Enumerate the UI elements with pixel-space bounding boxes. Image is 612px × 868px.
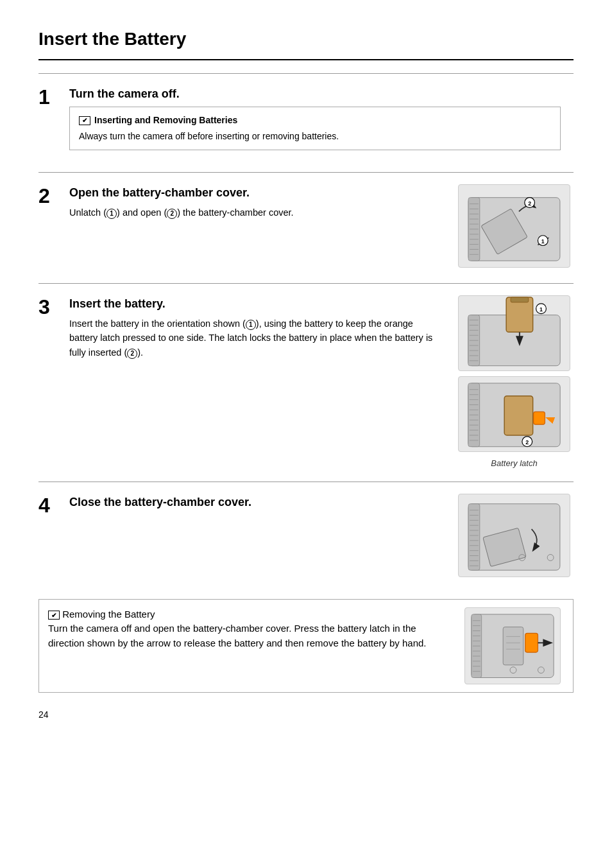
step-1-title: Turn the camera off.: [69, 85, 561, 103]
svg-rect-51: [468, 503, 480, 569]
step-4-title: Close the battery-chamber cover.: [69, 494, 442, 511]
step-3-images: 1: [458, 295, 570, 470]
svg-text:1: 1: [541, 238, 545, 245]
step-1-content: Turn the camera off. ✔ Inserting and Rem…: [69, 85, 574, 161]
step-3-caption: Battery latch: [458, 457, 570, 470]
step-2-image: 1 2: [455, 184, 574, 272]
step-2-img-placeholder: 1 2: [458, 184, 570, 268]
removing-note-icon: ✔: [48, 611, 60, 620]
inserting-note-title: ✔ Inserting and Removing Batteries: [79, 114, 551, 127]
step-3-number: 3: [38, 297, 69, 317]
step-3: 3 Insert the battery. Insert the battery…: [38, 283, 574, 482]
step-3-desc: Insert the battery in the orientation sh…: [69, 317, 442, 360]
note-checkmark-icon: ✔: [79, 116, 90, 125]
removing-note-image: [464, 607, 564, 684]
step-3-img-bottom: 2: [458, 376, 570, 452]
step-1-number: 1: [38, 87, 69, 107]
step-4: 4 Close the battery-chamber cover.: [38, 482, 574, 593]
step-2-title: Open the battery-chamber cover.: [69, 184, 442, 202]
step-3-img-top: 1: [458, 295, 570, 371]
page-title: Insert the Battery: [38, 26, 574, 60]
svg-rect-46: [504, 396, 532, 435]
svg-rect-47: [534, 412, 545, 424]
step-2: 2 Open the battery-chamber cover. Unlatc…: [38, 172, 574, 283]
svg-rect-81: [503, 627, 523, 664]
svg-text:2: 2: [525, 439, 529, 446]
removing-note-text: Turn the camera off and open the battery…: [48, 621, 452, 650]
step-2-number: 2: [38, 186, 69, 206]
svg-text:1: 1: [540, 306, 543, 313]
removing-img-placeholder: [464, 607, 561, 684]
step-4-number: 4: [38, 495, 69, 516]
page-number: 24: [38, 708, 574, 722]
step-1: 1 Turn the camera off. ✔ Inserting and R…: [38, 73, 574, 172]
step-3-image: 1: [455, 295, 574, 470]
step-3-title: Insert the battery.: [69, 295, 442, 313]
svg-rect-30: [511, 297, 529, 302]
inserting-note-text: Always turn the camera off before insert…: [79, 130, 551, 143]
removing-note-title: ✔ Removing the Battery: [48, 607, 452, 622]
svg-rect-80: [525, 633, 538, 652]
step-2-content: Open the battery-chamber cover. Unlatch …: [69, 184, 455, 220]
step-4-image: [455, 494, 574, 581]
removing-note-text-area: ✔ Removing the Battery Turn the camera o…: [48, 607, 452, 651]
step-4-content: Close the battery-chamber cover.: [69, 494, 455, 515]
removing-note-box: ✔ Removing the Battery Turn the camera o…: [38, 599, 574, 693]
svg-text:2: 2: [528, 200, 531, 207]
step-4-img-placeholder: [458, 494, 570, 577]
inserting-note-box: ✔ Inserting and Removing Batteries Alway…: [69, 107, 561, 150]
step-2-desc: Unlatch (1) and open (2) the battery-cha…: [69, 205, 442, 220]
step-3-content: Insert the battery. Insert the battery i…: [69, 295, 455, 360]
